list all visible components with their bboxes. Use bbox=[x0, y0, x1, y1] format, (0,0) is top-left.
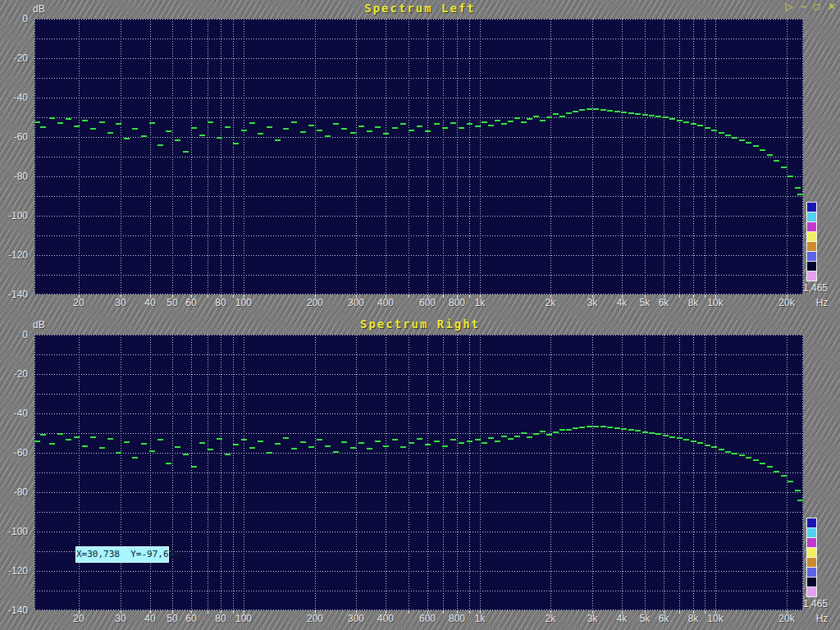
spectrum-dash bbox=[614, 111, 620, 112]
spectrum-dash bbox=[760, 149, 765, 151]
spectrum-dash bbox=[442, 445, 448, 447]
spectrum-dash bbox=[621, 428, 627, 430]
spectrum-dash bbox=[116, 123, 121, 125]
y-tick-label: -80 bbox=[0, 171, 30, 182]
spectrum-dash bbox=[642, 431, 648, 433]
x-tick-label: 60 bbox=[185, 613, 196, 624]
spectrum-dash bbox=[607, 110, 613, 112]
gridline-vertical bbox=[208, 335, 208, 610]
x-tick-label: 30 bbox=[115, 613, 126, 624]
spectrum-dash bbox=[249, 122, 255, 124]
spectrum-dash bbox=[358, 442, 364, 444]
x-tick-label: 3k bbox=[587, 613, 598, 624]
spectrum-dash bbox=[579, 109, 585, 111]
spectrum-dash bbox=[795, 187, 801, 189]
spectrum-dash bbox=[383, 133, 389, 135]
gridline-vertical bbox=[664, 335, 664, 610]
gridline-vertical bbox=[592, 19, 593, 294]
spectrum-dash bbox=[425, 130, 431, 132]
spectrum-dash bbox=[475, 439, 481, 441]
spectrum-dash bbox=[300, 441, 306, 443]
spectrum-dash bbox=[635, 113, 641, 115]
gridline-vertical bbox=[693, 335, 694, 610]
spectrum-dash bbox=[649, 432, 655, 434]
spectrum-dash bbox=[417, 438, 422, 440]
spectrum-dash bbox=[258, 133, 263, 135]
x-axis-unit-label: Hz bbox=[816, 613, 829, 624]
maximize-button[interactable]: □ bbox=[814, 1, 819, 12]
spectrum-dash bbox=[546, 434, 552, 436]
spectrum-dash bbox=[482, 442, 487, 444]
spectrum-dash bbox=[546, 116, 552, 118]
spectrum-dash bbox=[400, 446, 406, 448]
plot-area[interactable] bbox=[34, 19, 803, 294]
x-tick-label: 40 bbox=[144, 613, 155, 624]
gridline-vertical bbox=[34, 19, 35, 294]
y-tick-label: -120 bbox=[0, 565, 30, 577]
spectrum-dash bbox=[683, 439, 689, 441]
spectrum-dash bbox=[325, 135, 331, 137]
gridline-vertical bbox=[233, 19, 234, 294]
spectrum-dash bbox=[566, 112, 572, 114]
window-controls: ▷ − □ ✕ bbox=[780, 1, 836, 12]
spectrum-dash bbox=[124, 138, 130, 139]
gridline-vertical bbox=[427, 19, 428, 294]
spectrum-dash bbox=[732, 453, 737, 454]
x-tick-label: 20 bbox=[73, 613, 84, 624]
spectrum-dash bbox=[99, 121, 105, 123]
spectrum-dash bbox=[459, 127, 464, 129]
gridline-vertical bbox=[386, 335, 386, 610]
x-tick-label: 300 bbox=[348, 297, 364, 308]
spectrum-left-panel: Spectrum Left dB 0-20-40-60-80-100-120-1… bbox=[0, 0, 840, 315]
spectrum-dash bbox=[191, 466, 197, 468]
close-button[interactable]: ✕ bbox=[828, 1, 836, 12]
spectrum-dash bbox=[621, 112, 627, 113]
spectrum-dash bbox=[725, 135, 731, 136]
x-tick-label: 5k bbox=[640, 613, 651, 624]
minimize-button[interactable]: − bbox=[801, 1, 806, 12]
spectrum-dash bbox=[732, 137, 737, 139]
gridline-vertical bbox=[191, 335, 192, 610]
spectrum-dash bbox=[450, 439, 456, 441]
spectrum-dash bbox=[275, 443, 281, 445]
spectrum-dash bbox=[495, 441, 500, 442]
x-tick-label: 30 bbox=[115, 297, 126, 308]
spectrum-dash bbox=[40, 126, 46, 128]
spectrum-dash bbox=[533, 433, 539, 435]
spectrum-dash bbox=[132, 128, 138, 130]
gridline-vertical bbox=[191, 19, 192, 294]
gridline-vertical bbox=[457, 335, 458, 610]
x-tick-label: 1k bbox=[475, 613, 486, 624]
spectrum-dash bbox=[697, 125, 703, 126]
spectrum-dash bbox=[149, 450, 155, 452]
spectrum-dash bbox=[553, 113, 559, 115]
spectrum-dash bbox=[375, 441, 381, 442]
spectrum-dash bbox=[225, 126, 231, 128]
spectrum-dash bbox=[600, 109, 606, 111]
x-tick-label: 200 bbox=[307, 297, 323, 308]
y-axis-labels: 0-20-40-60-80-100-120-140 bbox=[0, 19, 30, 294]
gridline-vertical bbox=[622, 19, 623, 294]
spectrum-dash bbox=[450, 122, 456, 124]
spectrum-dash bbox=[175, 446, 180, 448]
spectrum-dash bbox=[350, 447, 356, 449]
y-tick-label: -140 bbox=[0, 605, 30, 616]
spectrum-dash bbox=[57, 433, 63, 435]
y-tick-label: -100 bbox=[0, 210, 30, 221]
panel-title: Spectrum Left bbox=[0, 2, 840, 15]
spectrum-dash bbox=[166, 130, 171, 132]
spectrum-dash bbox=[82, 445, 88, 447]
y-tick-label: -40 bbox=[0, 92, 30, 103]
play-button[interactable]: ▷ bbox=[785, 1, 792, 12]
spectrum-dash bbox=[40, 434, 46, 436]
plot-area[interactable]: X=30,738 Y=-97,626 bbox=[34, 335, 803, 610]
spectrum-dash bbox=[217, 438, 222, 440]
gridline-vertical bbox=[469, 19, 470, 294]
spectrum-dash bbox=[579, 427, 585, 428]
x-tick-label: 20k bbox=[778, 297, 794, 308]
spectrum-dash bbox=[341, 128, 347, 130]
spectrum-dash bbox=[434, 441, 440, 442]
spectrum-dash bbox=[241, 439, 247, 441]
spectrum-dash bbox=[774, 471, 779, 472]
spectrum-dash bbox=[467, 123, 472, 125]
